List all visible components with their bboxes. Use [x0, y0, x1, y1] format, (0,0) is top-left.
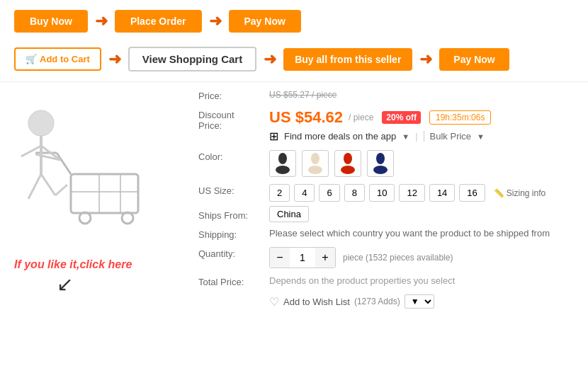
arrow-5-icon: ➜	[419, 50, 432, 69]
wishlist-content: ♡ Add to Wish List (1273 Adds) ▼	[269, 294, 574, 309]
bulk-dropdown-icon[interactable]: ▼	[477, 132, 485, 141]
color-label: Color:	[198, 150, 269, 162]
size-6[interactable]: 6	[319, 184, 339, 202]
flow-bar: Buy Now ➜ Place Order ➜ Pay Now	[0, 0, 588, 42]
shipping-content: Please select which country you want the…	[269, 228, 574, 239]
shipping-row: Shipping: Please select which country yo…	[198, 228, 574, 240]
buy-now-button[interactable]: Buy Now	[14, 10, 88, 33]
size-buttons: 2 4 6 8 10 12 14 16 📏 Sizing info	[269, 184, 574, 202]
product-image-area: If you like it,click here ↙	[14, 89, 184, 316]
heart-icon: ♡	[269, 295, 279, 309]
arrow-hint-icon: ↙	[57, 272, 184, 296]
click-hint-text: If you like it,click here	[14, 258, 184, 272]
arrow-4-icon: ➜	[264, 50, 276, 69]
arrow-1-icon: ➜	[95, 12, 108, 30]
discount-content: US $54.62 / piece 20% off 19h:35m:06s ⊞ …	[269, 108, 574, 143]
quantity-control: − +	[269, 247, 336, 268]
svg-point-16	[278, 153, 287, 164]
svg-point-17	[276, 166, 290, 174]
svg-rect-0	[71, 174, 138, 213]
size-14[interactable]: 14	[429, 184, 455, 202]
product-section: If you like it,click here ↙ Price: US $5…	[0, 82, 588, 323]
price-row: Price: US $55.27 / piece	[198, 89, 574, 101]
deals-text: Find more deals on the app	[284, 131, 396, 142]
price-suffix: / piece	[349, 113, 373, 122]
size-row: US Size: 2 4 6 8 10 12 14 16 📏 Sizing in…	[198, 184, 574, 202]
price-label: Price:	[198, 89, 269, 101]
ruler-icon: 📏	[494, 188, 504, 198]
original-price-content: US $55.27 / piece	[269, 89, 574, 100]
svg-line-13	[28, 174, 41, 199]
svg-point-23	[373, 166, 388, 174]
product-details: Price: US $55.27 / piece DiscountPrice: …	[198, 89, 574, 316]
quantity-label: Quantity:	[198, 247, 269, 259]
svg-point-8	[28, 110, 54, 136]
quantity-row: Quantity: − + piece (1532 pieces availab…	[198, 247, 574, 268]
color-swatch-black[interactable]	[269, 150, 296, 177]
quantity-decrease-button[interactable]: −	[270, 248, 290, 268]
size-label: US Size:	[198, 184, 269, 196]
arrow-2-icon: ➜	[209, 12, 222, 30]
original-price: US $55.27 / piece	[269, 90, 337, 100]
buy-seller-button[interactable]: Buy all from this seller	[283, 48, 412, 71]
sizing-info-link[interactable]: 📏 Sizing info	[494, 188, 545, 198]
bulk-price-link[interactable]: Bulk Price	[424, 131, 472, 142]
wishlist-text[interactable]: Add to Wish List	[283, 297, 350, 307]
wishlist-dropdown[interactable]: ▼	[405, 294, 434, 309]
total-price-content: Depends on the product properties you se…	[269, 275, 574, 286]
quantity-content: − + piece (1532 pieces available)	[269, 247, 574, 268]
color-swatch-navy[interactable]	[367, 150, 394, 177]
cart-illustration	[14, 89, 163, 238]
total-price-row: Total Price: Depends on the product prop…	[198, 275, 574, 287]
deals-dropdown-icon[interactable]: ▼	[402, 132, 409, 141]
ships-from-label: Ships From:	[198, 209, 269, 221]
svg-point-18	[311, 153, 320, 164]
size-2[interactable]: 2	[269, 184, 290, 202]
color-swatch-red[interactable]	[334, 150, 361, 177]
ships-from-content: China	[269, 209, 574, 219]
shipping-label: Shipping:	[198, 228, 269, 240]
arrow-3-icon: ➜	[108, 50, 121, 69]
wishlist-count: (1273 Adds)	[354, 297, 400, 306]
off-badge: 20% off	[382, 111, 421, 124]
size-8[interactable]: 8	[344, 184, 365, 202]
quantity-increase-button[interactable]: +	[315, 248, 335, 268]
deals-row: ⊞ Find more deals on the app ▼ | Bulk Pr…	[269, 130, 574, 143]
place-order-button[interactable]: Place Order	[115, 10, 202, 33]
svg-point-21	[341, 166, 355, 174]
discount-row: DiscountPrice: US $54.62 / piece 20% off…	[198, 108, 574, 143]
cart-icon: 🛒	[26, 54, 37, 64]
svg-point-19	[308, 166, 322, 174]
stick-figure	[14, 89, 184, 252]
total-price-text: Depends on the product properties you se…	[269, 275, 455, 286]
shipping-text: Please select which country you want the…	[269, 228, 550, 239]
total-price-label: Total Price:	[198, 275, 269, 287]
pay-now-bottom-button[interactable]: Pay Now	[439, 48, 509, 71]
color-swatches	[269, 150, 574, 177]
color-swatch-white[interactable]	[302, 150, 329, 177]
discount-price: US $54.62	[269, 108, 343, 127]
pay-now-top-button[interactable]: Pay Now	[229, 10, 301, 33]
svg-point-22	[376, 153, 385, 164]
size-10[interactable]: 10	[369, 184, 395, 202]
ships-from-row: Ships From: China	[198, 209, 574, 221]
discount-label: DiscountPrice:	[198, 108, 269, 131]
size-12[interactable]: 12	[399, 184, 424, 202]
quantity-input[interactable]	[290, 249, 315, 266]
size-4[interactable]: 4	[294, 184, 315, 202]
svg-line-1	[57, 153, 71, 174]
action-bar: 🛒 Add to Cart ➜ View Shopping Cart ➜ Buy…	[0, 42, 588, 82]
svg-line-15	[55, 185, 67, 195]
add-to-cart-button[interactable]: 🛒 Add to Cart	[14, 47, 101, 71]
svg-point-20	[344, 153, 352, 164]
timer-badge: 19h:35m:06s	[429, 110, 491, 125]
view-cart-button[interactable]: View Shopping Cart	[128, 47, 256, 71]
size-16[interactable]: 16	[459, 184, 485, 202]
svg-line-14	[41, 174, 55, 195]
wishlist-spacer	[198, 294, 269, 296]
qr-icon: ⊞	[269, 130, 278, 143]
color-row: Color:	[198, 150, 574, 177]
quantity-note: piece (1532 pieces available)	[343, 253, 453, 263]
wishlist-row: ♡ Add to Wish List (1273 Adds) ▼	[198, 294, 574, 309]
ships-from-badge[interactable]: China	[269, 206, 309, 222]
